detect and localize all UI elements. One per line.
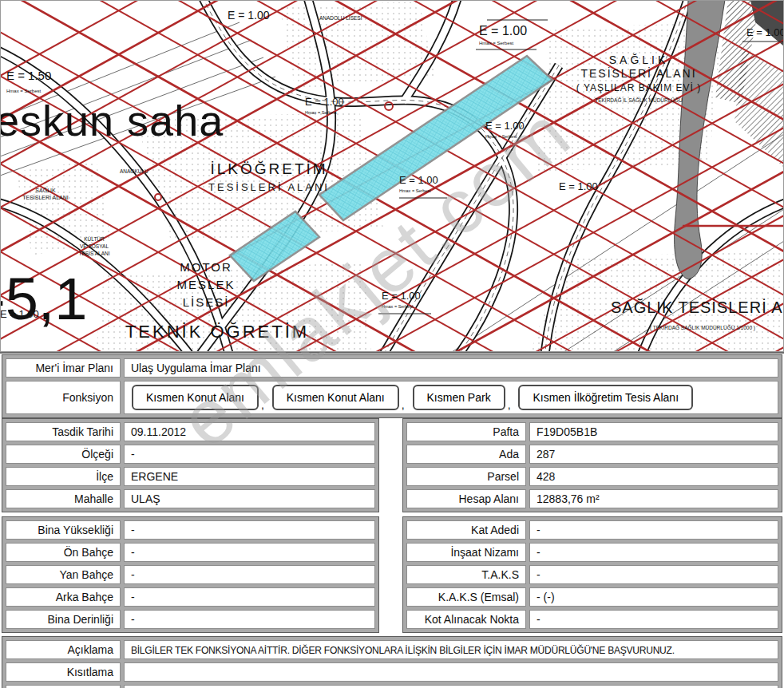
map-label-kultur3: TESİS ALANI — [78, 250, 109, 256]
map-label-anadolu: ANADOLU LİSESİ — [319, 14, 362, 21]
table-row: İlçe ERGENE — [6, 467, 375, 486]
taks-label: T.A.K.S — [406, 565, 526, 584]
table-row: Bina Derinliği - — [6, 610, 375, 629]
bina-yuksekligi-value: - — [124, 520, 375, 540]
table-row: Yan Bahçe - — [6, 565, 375, 584]
table-row: Kot Alınacak Nokta - — [406, 610, 778, 629]
meri-imar-plani-label: Mer'i İmar Planı — [6, 358, 121, 378]
map-label-teknik-ogretim: TEKNİK ÖĞRETİM — [125, 322, 309, 342]
map-label-e100: E = 1.00 — [399, 174, 438, 186]
map-label-e100: E = 1.00 — [382, 290, 421, 302]
map-label-meslek: MESLEK — [177, 278, 236, 291]
fonksiyon-label: Fonksiyon — [6, 381, 121, 414]
empty-label — [6, 685, 121, 688]
map-label-kultur: KÜLTÜR — [84, 236, 105, 242]
ada-value: 287 — [529, 445, 778, 464]
map-label-e150: E = 1.50 — [6, 69, 51, 82]
on-bahce-value: - — [124, 543, 375, 562]
notes-table: Açıklama BİLGİLER TEK FONKSİYONA AİTTİR.… — [2, 636, 782, 688]
aciklama-label: Açıklama — [6, 640, 121, 659]
bina-yuksekligi-label: Bina Yüksekliği — [6, 520, 121, 540]
table-row: Açıklama BİLGİLER TEK FONKSİYONA AİTTİR.… — [6, 640, 778, 659]
taks-value: - — [529, 565, 778, 584]
map-label-e100: E = 1.00 — [485, 120, 525, 132]
map-label-e100: E = 1.00 — [228, 9, 270, 22]
bina-derinligi-label: Bina Derinliği — [6, 610, 121, 629]
hesap-alani-value: 12883,76 m² — [529, 489, 778, 508]
parsel-label: Parsel — [406, 467, 526, 486]
aciklama-text: BİLGİLER TEK FONKSİYONA AİTTİR. DİĞER FO… — [131, 644, 675, 656]
map-label-hmax: Hmax = Serbest — [382, 304, 414, 309]
table-row — [6, 685, 778, 688]
map-label-meskun-saha: eskun saha — [0, 97, 224, 144]
ada-label: Ada — [406, 445, 526, 464]
plan-function-table: Mer'i İmar Planı Ulaş Uygulama İmar Plan… — [2, 354, 782, 418]
table-row: Ada 287 — [406, 445, 778, 464]
kaks-label: K.A.K.S (Emsal) — [406, 587, 526, 607]
insaat-nizami-value: - — [529, 543, 778, 562]
arka-bahce-label: Arka Bahçe — [6, 587, 121, 607]
separator: , — [402, 398, 405, 411]
table-row: Parsel 428 — [406, 467, 778, 486]
mahalle-label: Mahalle — [6, 489, 121, 508]
ilce-label: İlçe — [6, 467, 121, 486]
kat-adedi-label: Kat Adedi — [406, 520, 526, 540]
fonksiyon-buttons-cell: Kısmen Konut Alanı, Kısmen Konut Alanı, … — [124, 381, 778, 414]
on-bahce-label: Ön Bahçe — [6, 543, 121, 562]
zoning-map-drawing: eskun saha -5,1 E = 1.00 Hmax = Serbest … — [0, 0, 784, 352]
table-row: K.A.K.S (Emsal) - (-) — [406, 587, 778, 607]
map-label-saglik-small: SAĞLIK — [35, 187, 56, 193]
map-label-e100: E = 1.00 — [746, 26, 784, 38]
kisitlama-value — [124, 662, 778, 682]
parcel-info-table-left: Tasdik Tarihi 09.11.2012 Ölçeği - İlçe E… — [2, 418, 379, 512]
fonksiyon-button-konut-2[interactable]: Kısmen Konut Alanı — [272, 385, 399, 410]
map-label-e100: E = 1.00 — [305, 96, 344, 108]
map-label-yaslilar-bakimevi: ( YAŞLILAR BAKIM EVİ ) — [576, 82, 701, 93]
separator: , — [508, 398, 511, 411]
parsel-value: 428 — [529, 467, 778, 486]
table-row: Ön Bahçe - — [6, 543, 375, 562]
map-label-yaslilar-tesisleri: TESİSLERİ ALANI — [580, 66, 696, 80]
pafta-value: F19D05B1B — [529, 422, 778, 441]
map-label-saglik-big: SAĞLIK TESİSLERİ ALANI — [611, 299, 784, 316]
hesap-alani-label: Hesap Alanı — [406, 489, 526, 508]
empty-value — [124, 685, 778, 688]
yan-bahce-label: Yan Bahçe — [6, 565, 121, 584]
zoning-map: eskun saha -5,1 E = 1.00 Hmax = Serbest … — [0, 0, 784, 354]
fonksiyon-button-park[interactable]: Kısmen Park — [413, 385, 505, 410]
kisitlama-label: Kısıtlama — [6, 662, 121, 682]
map-label-e100: E = 1.00 — [479, 24, 527, 38]
ilce-value: ERGENE — [124, 467, 375, 486]
olcegi-label: Ölçeği — [6, 445, 121, 464]
table-row: Fonksiyon Kısmen Konut Alanı, Kısmen Kon… — [6, 381, 778, 414]
map-label-saglik-small2: TESİSLERİ ALANI — [22, 194, 69, 200]
building-info-table-right: Kat Adedi - İnşaat Nizamı - T.A.K.S - K.… — [402, 516, 782, 633]
table-row: Arka Bahçe - — [6, 587, 375, 607]
table-row: Bina Yüksekliği - — [6, 520, 375, 540]
kot-alinacak-nokta-label: Kot Alınacak Nokta — [406, 610, 526, 629]
fonksiyon-button-konut-1[interactable]: Kısmen Konut Alanı — [132, 385, 259, 410]
olcegi-value: - — [124, 445, 375, 464]
building-info-table-left: Bina Yüksekliği - Ön Bahçe - Yan Bahçe -… — [2, 516, 379, 633]
kat-adedi-value: - — [529, 520, 778, 540]
map-label-yaslilar-saglik: SAĞLIK — [609, 53, 669, 66]
map-label-hmax: Hmax = Serbest — [6, 89, 42, 93]
map-label-ilkogretim: İLKÖĞRETİM — [210, 160, 327, 177]
map-label-e100: E = 1.00 — [559, 180, 598, 192]
yan-bahce-value: - — [124, 565, 375, 584]
fonksiyon-button-ilkogretim[interactable]: Kısmen İlköğretim Tesis Alanı — [518, 385, 693, 410]
table-row: Mahalle ULAŞ — [6, 489, 375, 508]
table-row: Hesap Alanı 12883,76 m² — [406, 489, 778, 508]
parcel-info-table-right: Pafta F19D05B1B Ada 287 Parsel 428 Hesap… — [402, 418, 782, 512]
table-row: Pafta F19D05B1B — [406, 422, 778, 441]
mahalle-value: ULAŞ — [124, 489, 375, 508]
map-label-hmax: Hmax = Serbest — [485, 134, 517, 139]
map-label-minus51: -5,1 — [0, 266, 88, 332]
map-label-hmax: Hmax = Serbest — [305, 110, 337, 115]
table-row: Kısıtlama — [6, 662, 778, 682]
separator: , — [261, 398, 264, 411]
pafta-label: Pafta — [406, 422, 526, 441]
map-label-lisesi: LİSESİ — [183, 295, 230, 309]
table-row: Tasdik Tarihi 09.11.2012 — [6, 422, 375, 441]
tasdik-tarihi-value: 09.11.2012 — [124, 422, 375, 441]
